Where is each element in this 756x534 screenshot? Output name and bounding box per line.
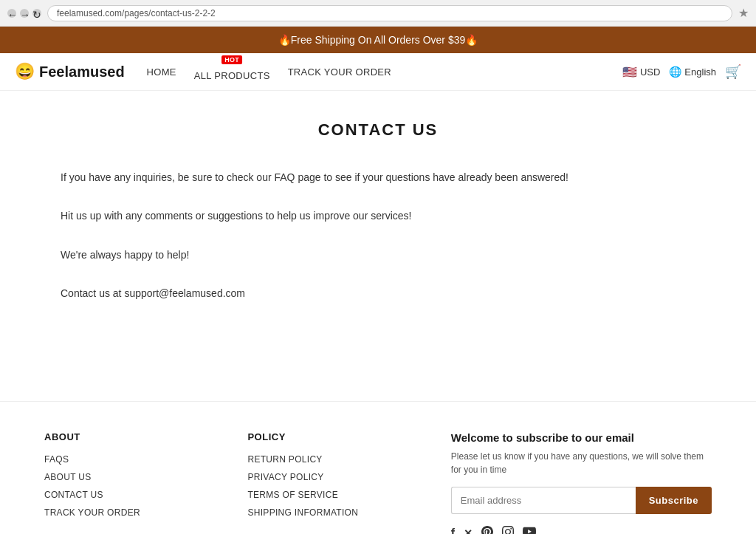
promo-text: 🔥Free Shipping On All Orders Over $39🔥 xyxy=(278,34,478,46)
email-input[interactable] xyxy=(451,487,636,514)
url-bar[interactable]: feelamused.com/pages/contact-us-2-2-2 xyxy=(47,5,732,21)
browser-dot-forward[interactable]: → xyxy=(20,9,29,18)
bookmark-icon[interactable]: ★ xyxy=(738,6,749,20)
promo-banner: 🔥Free Shipping On All Orders Over $39🔥 xyxy=(0,27,756,53)
browser-dot-reload[interactable]: ↻ xyxy=(32,9,41,18)
social-icons: f ✕ xyxy=(451,526,712,534)
hot-badge: HOT xyxy=(221,55,242,64)
subscribe-button[interactable]: Subscribe xyxy=(636,487,712,514)
cart-icon[interactable]: 🛒 xyxy=(725,64,741,80)
footer-policy-col: POLICY RETURN POLICY PRIVACY POLICY TERM… xyxy=(247,431,421,534)
url-text: feelamused.com/pages/contact-us-2-2-2 xyxy=(57,8,216,18)
contact-paragraph-1: If you have any inquiries, be sure to ch… xyxy=(61,169,695,185)
site-logo[interactable]: 😄 Feelamused xyxy=(15,62,125,81)
nav-track-order[interactable]: TRACK YOUR ORDER xyxy=(288,66,391,78)
browser-dot-back[interactable]: ← xyxy=(7,9,16,18)
footer-link-about-us[interactable]: ABOUT US xyxy=(44,472,218,482)
footer-subscribe-col: Welcome to subscribe to our email Please… xyxy=(451,431,712,534)
globe-icon: 🌐 xyxy=(669,66,681,78)
contact-paragraph-4: Contact us at support@feelamused.com xyxy=(61,285,695,301)
footer-policy-heading: POLICY xyxy=(247,431,421,442)
flag-icon: 🇺🇸 xyxy=(622,65,637,79)
footer-link-faqs[interactable]: FAQS xyxy=(44,454,218,465)
main-nav: HOME HOT ALL PRODUCTS TRACK YOUR ORDER xyxy=(147,63,622,81)
footer-link-return-policy[interactable]: RETURN POLICY xyxy=(247,454,421,465)
footer-about-col: ABOUT FAQS ABOUT US CONTACT US TRACK YOU… xyxy=(44,431,218,534)
language-selector[interactable]: 🌐 English xyxy=(669,66,716,78)
footer-link-contact-us[interactable]: CONTACT US xyxy=(44,490,218,500)
facebook-icon[interactable]: f xyxy=(451,527,455,534)
site-header: 😄 Feelamused HOME HOT ALL PRODUCTS TRACK… xyxy=(0,53,756,91)
contact-paragraph-2: Hit us up with any comments or suggestio… xyxy=(61,208,695,224)
instagram-icon[interactable] xyxy=(502,526,514,534)
footer-about-heading: ABOUT xyxy=(44,431,218,442)
footer-link-privacy-policy[interactable]: PRIVACY POLICY xyxy=(247,472,421,482)
header-right: 🇺🇸 USD 🌐 English 🛒 xyxy=(622,64,741,80)
pinterest-icon[interactable] xyxy=(481,526,493,534)
youtube-icon[interactable] xyxy=(523,527,536,534)
subscribe-title: Welcome to subscribe to our email xyxy=(451,431,712,444)
currency-selector[interactable]: 🇺🇸 USD xyxy=(622,65,660,79)
currency-label: USD xyxy=(640,66,660,78)
footer-link-terms[interactable]: TERMS OF SERVICE xyxy=(247,490,421,500)
logo-text: Feelamused xyxy=(39,64,125,81)
subscribe-form: Subscribe xyxy=(451,487,712,514)
logo-icon: 😄 xyxy=(15,62,35,81)
main-content: CONTACT US If you have any inquiries, be… xyxy=(46,91,710,401)
site-footer: ABOUT FAQS ABOUT US CONTACT US TRACK YOU… xyxy=(0,401,756,534)
footer-link-shipping[interactable]: SHIPPING INFORMATION xyxy=(247,507,421,518)
footer-link-track-order[interactable]: TRACK YOUR ORDER xyxy=(44,507,218,518)
subscribe-desc: Please let us know if you have any quest… xyxy=(451,450,712,476)
browser-dots: ← → ↻ xyxy=(7,9,41,18)
twitter-x-icon[interactable]: ✕ xyxy=(464,527,472,534)
browser-chrome: ← → ↻ feelamused.com/pages/contact-us-2-… xyxy=(0,0,756,27)
contact-paragraph-3: We're always happy to help! xyxy=(61,247,695,263)
language-label: English xyxy=(684,66,716,78)
nav-home[interactable]: HOME xyxy=(147,66,176,78)
nav-all-products[interactable]: HOT ALL PRODUCTS xyxy=(194,63,270,81)
page-title: CONTACT US xyxy=(61,120,695,140)
